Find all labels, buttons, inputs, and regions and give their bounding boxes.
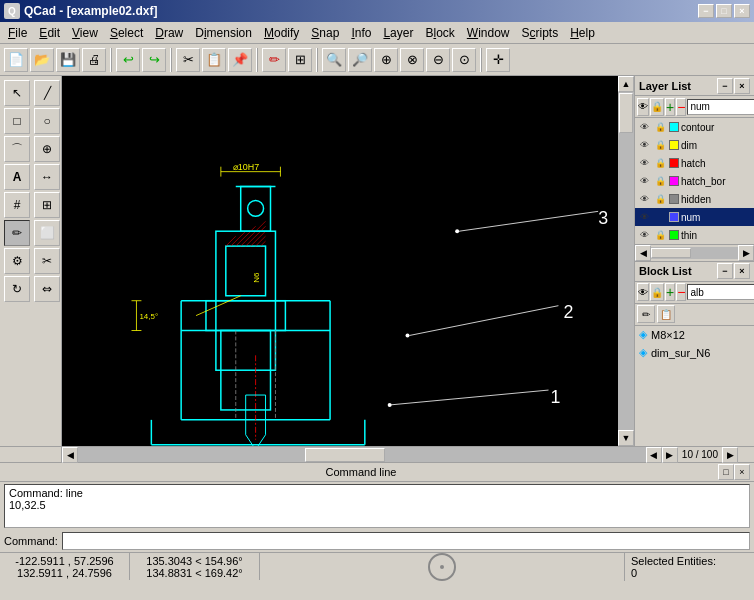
settings-tool[interactable]: ⚙: [4, 248, 30, 274]
command-input-field[interactable]: [62, 532, 750, 550]
scroll-up-button[interactable]: ▲: [618, 76, 634, 92]
remove-block-button[interactable]: −: [676, 283, 686, 301]
hscroll-left-button[interactable]: ◀: [62, 447, 78, 463]
mirror-tool[interactable]: ⇔: [34, 276, 60, 302]
undo-button[interactable]: ↩: [116, 48, 140, 72]
eye-toggle-button[interactable]: 👁: [637, 98, 649, 116]
block-name-dim-sur-n6: dim_sur_N6: [651, 347, 710, 359]
save-button[interactable]: 💾: [56, 48, 80, 72]
menu-snap[interactable]: Snap: [305, 24, 345, 42]
menu-edit[interactable]: Edit: [33, 24, 66, 42]
add-layer-button[interactable]: +: [665, 98, 675, 116]
pan-button[interactable]: ✛: [486, 48, 510, 72]
grid-tool[interactable]: ⊞: [34, 192, 60, 218]
new-button[interactable]: 📄: [4, 48, 28, 72]
add-block-button[interactable]: +: [665, 283, 675, 301]
zoom-in-button[interactable]: 🔍: [322, 48, 346, 72]
layer-lock-icon-contour: 🔒: [653, 120, 667, 134]
block-lock-button[interactable]: 🔒: [650, 283, 664, 301]
menu-file[interactable]: File: [2, 24, 33, 42]
text-tool[interactable]: A: [4, 164, 30, 190]
line-tool[interactable]: ╱: [34, 80, 60, 106]
prev-page-button[interactable]: ◀: [646, 447, 662, 463]
scroll-down-button[interactable]: ▼: [618, 430, 634, 446]
rotate-tool[interactable]: ↻: [4, 276, 30, 302]
hatch-tool[interactable]: #: [4, 192, 30, 218]
zoom-out-button[interactable]: 🔎: [348, 48, 372, 72]
cut-button[interactable]: ✂: [176, 48, 200, 72]
close-button[interactable]: ×: [734, 4, 750, 18]
menu-block[interactable]: Block: [419, 24, 460, 42]
menu-help[interactable]: Help: [564, 24, 601, 42]
ellipse-tool[interactable]: ⊕: [34, 136, 60, 162]
layer-scroll-right-btn[interactable]: ▶: [738, 245, 754, 261]
lock-toggle-button[interactable]: 🔒: [650, 98, 664, 116]
layer-lock-icon-hidden: 🔒: [653, 192, 667, 206]
open-button[interactable]: 📂: [30, 48, 54, 72]
snap-grid-button[interactable]: ⊞: [288, 48, 312, 72]
paste-button[interactable]: 📌: [228, 48, 252, 72]
menu-select[interactable]: Select: [104, 24, 149, 42]
layer-scroll-left-btn[interactable]: ◀: [635, 245, 651, 261]
menubar: File Edit View Select Draw Dimension Mod…: [0, 22, 754, 44]
arc-tool[interactable]: ⌒: [4, 136, 30, 162]
hscroll-track[interactable]: [78, 447, 646, 462]
layer-row-dim[interactable]: 👁 🔒 dim: [635, 136, 754, 154]
menu-window[interactable]: Window: [461, 24, 516, 42]
dim-tool[interactable]: ↔: [34, 164, 60, 190]
window-controls[interactable]: − □ ×: [698, 4, 750, 18]
pen-tool[interactable]: ✏: [4, 220, 30, 246]
menu-layer[interactable]: Layer: [377, 24, 419, 42]
select-tool[interactable]: ↖: [4, 80, 30, 106]
layer-list-close-button[interactable]: ×: [734, 78, 750, 94]
zoom-all-button[interactable]: ⊙: [452, 48, 476, 72]
erase-tool[interactable]: ⬜: [34, 220, 60, 246]
menu-modify[interactable]: Modify: [258, 24, 305, 42]
circle-tool[interactable]: ○: [34, 108, 60, 134]
rect-tool[interactable]: □: [4, 108, 30, 134]
command-bar-expand-button[interactable]: □: [718, 464, 734, 480]
maximize-button[interactable]: □: [716, 4, 732, 18]
block-name-m8x12: M8×12: [651, 329, 685, 341]
drawing-canvas[interactable]: // Grid dots will be handled inline: [62, 76, 618, 446]
trim-tool[interactable]: ✂: [34, 248, 60, 274]
layer-row-contour[interactable]: 👁 🔒 contour: [635, 118, 754, 136]
layer-row-thin[interactable]: 👁 🔒 thin: [635, 226, 754, 244]
block-name-input[interactable]: [687, 284, 754, 300]
block-row-m8x12[interactable]: ◈ M8×12: [635, 326, 754, 344]
layer-name-input[interactable]: [687, 99, 754, 115]
block-edit-button[interactable]: ✏: [637, 305, 655, 323]
menu-info[interactable]: Info: [345, 24, 377, 42]
remove-layer-button[interactable]: −: [676, 98, 686, 116]
layer-row-hidden[interactable]: 👁 🔒 hidden: [635, 190, 754, 208]
layer-row-hatch[interactable]: 👁 🔒 hatch: [635, 154, 754, 172]
redo-button[interactable]: ↪: [142, 48, 166, 72]
command-bar-close-button[interactable]: ×: [734, 464, 750, 480]
zoom-window-button[interactable]: ⊗: [400, 48, 424, 72]
canvas-vertical-scrollbar[interactable]: ▲ ▼: [618, 76, 634, 446]
layer-row-hatch-bor[interactable]: 👁 🔒 hatch_bor: [635, 172, 754, 190]
zoom-fit-button[interactable]: ⊕: [374, 48, 398, 72]
menu-view[interactable]: View: [66, 24, 104, 42]
hscroll-right-button[interactable]: ▶: [722, 447, 738, 463]
minimize-button[interactable]: −: [698, 4, 714, 18]
block-eye-button[interactable]: 👁: [637, 283, 649, 301]
menu-draw[interactable]: Draw: [149, 24, 189, 42]
menu-scripts[interactable]: Scripts: [516, 24, 565, 42]
print-button[interactable]: 🖨: [82, 48, 106, 72]
layer-list-collapse-button[interactable]: −: [717, 78, 733, 94]
draw-button[interactable]: ✏: [262, 48, 286, 72]
menu-dimension[interactable]: Dimension: [189, 24, 258, 42]
zoom-prev-button[interactable]: ⊖: [426, 48, 450, 72]
scroll-track[interactable]: [618, 92, 634, 430]
block-list-close-button[interactable]: ×: [734, 263, 750, 279]
next-page-button[interactable]: ▶: [662, 447, 678, 463]
block-row-dim-sur-n6[interactable]: ◈ dim_sur_N6: [635, 344, 754, 362]
scroll-thumb[interactable]: [619, 93, 633, 133]
layer-row-num[interactable]: 👁 num: [635, 208, 754, 226]
hscroll-thumb[interactable]: [305, 448, 385, 462]
selected-label: Selected Entities:: [631, 555, 748, 567]
block-insert-button[interactable]: 📋: [657, 305, 675, 323]
block-list-collapse-button[interactable]: −: [717, 263, 733, 279]
copy-button[interactable]: 📋: [202, 48, 226, 72]
